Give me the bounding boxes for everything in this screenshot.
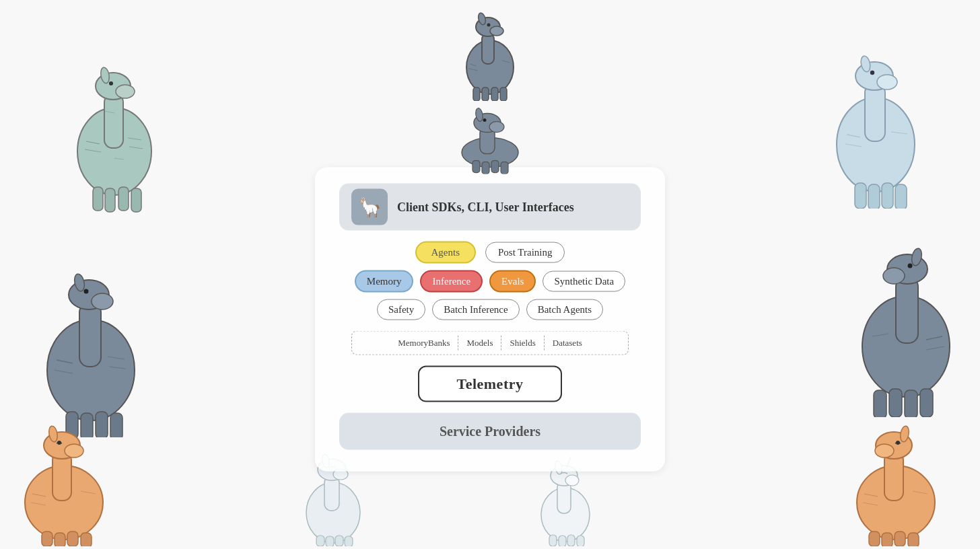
- svg-point-72: [65, 444, 83, 458]
- badge-batch-inference[interactable]: Batch Inference: [432, 299, 519, 320]
- svg-rect-78: [81, 533, 92, 546]
- svg-rect-6: [473, 87, 480, 101]
- svg-rect-7: [482, 87, 489, 101]
- svg-rect-121: [482, 162, 489, 174]
- svg-point-56: [862, 296, 950, 397]
- svg-rect-107: [869, 532, 880, 546]
- svg-point-34: [84, 289, 89, 294]
- badges-area: Agents Post Training Memory Inference Ev…: [339, 242, 641, 320]
- svg-point-4: [477, 12, 487, 26]
- svg-rect-8: [491, 87, 498, 101]
- svg-point-43: [837, 98, 915, 192]
- svg-rect-110: [908, 533, 919, 546]
- svg-rect-88: [326, 536, 334, 546]
- badge-row-3: Safety Batch Inference Batch Agents: [377, 299, 603, 320]
- svg-point-71: [44, 432, 80, 459]
- svg-line-12: [502, 61, 510, 63]
- svg-rect-83: [324, 476, 339, 511]
- svg-point-32: [92, 293, 113, 309]
- svg-point-94: [565, 475, 579, 486]
- svg-point-16: [116, 85, 135, 98]
- badge-synthetic-data[interactable]: Synthetic Data: [542, 271, 625, 292]
- client-sdk-label: Client SDKs, CLI, User Interfaces: [397, 200, 574, 214]
- svg-rect-38: [110, 413, 123, 437]
- svg-line-25: [128, 138, 141, 140]
- svg-line-54: [845, 144, 862, 147]
- svg-rect-9: [500, 87, 507, 101]
- svg-rect-37: [96, 412, 108, 437]
- svg-line-27: [104, 111, 114, 113]
- svg-point-29: [47, 320, 135, 420]
- svg-rect-122: [491, 161, 499, 173]
- svg-point-47: [860, 55, 872, 73]
- service-providers-bar: Service Providers: [339, 413, 641, 450]
- client-sdk-bar: 🦙 Client SDKs, CLI, User Interfaces: [339, 184, 641, 231]
- svg-rect-65: [874, 390, 886, 417]
- svg-point-105: [899, 425, 910, 443]
- svg-point-45: [855, 62, 893, 90]
- svg-point-106: [896, 441, 900, 445]
- svg-rect-50: [868, 184, 880, 209]
- svg-line-113: [913, 491, 928, 494]
- svg-rect-64: [889, 389, 902, 417]
- svg-line-111: [864, 494, 878, 497]
- resource-shields: Shields: [501, 336, 544, 351]
- svg-point-73: [48, 425, 59, 443]
- svg-rect-108: [882, 533, 893, 546]
- svg-line-39: [57, 360, 73, 363]
- svg-line-42: [109, 367, 126, 369]
- svg-line-26: [129, 147, 143, 149]
- resources-section: MemoryBanks Models Shields Datasets: [351, 331, 629, 355]
- svg-line-41: [108, 357, 125, 359]
- svg-rect-120: [473, 161, 480, 173]
- svg-rect-123: [501, 162, 508, 174]
- badge-safety[interactable]: Safety: [377, 299, 425, 320]
- svg-line-53: [847, 135, 860, 137]
- svg-rect-87: [316, 536, 324, 546]
- svg-point-2: [476, 17, 500, 36]
- svg-point-46: [877, 75, 897, 89]
- svg-rect-90: [345, 536, 353, 546]
- svg-line-80: [31, 503, 46, 505]
- svg-point-119: [483, 118, 487, 122]
- badge-post-training[interactable]: Post Training: [485, 242, 565, 263]
- svg-point-69: [25, 466, 103, 540]
- badge-inference[interactable]: Inference: [420, 270, 483, 293]
- svg-rect-77: [67, 532, 78, 546]
- badge-agents[interactable]: Agents: [415, 242, 477, 264]
- svg-rect-100: [577, 536, 584, 546]
- svg-rect-76: [55, 533, 65, 546]
- svg-point-91: [541, 488, 590, 542]
- resource-memory-banks: MemoryBanks: [390, 336, 458, 351]
- svg-line-68: [872, 334, 888, 336]
- svg-rect-52: [895, 184, 907, 209]
- svg-rect-98: [559, 536, 566, 546]
- svg-line-66: [926, 336, 942, 340]
- svg-point-101: [857, 466, 935, 540]
- svg-point-60: [910, 248, 923, 266]
- svg-rect-92: [557, 481, 571, 513]
- badge-memory[interactable]: Memory: [355, 270, 414, 293]
- svg-rect-109: [895, 532, 905, 546]
- svg-rect-99: [567, 535, 575, 546]
- svg-line-40: [55, 370, 73, 373]
- svg-point-82: [306, 482, 360, 543]
- badge-row-1: Agents Post Training: [415, 242, 565, 264]
- badge-evals[interactable]: Evals: [489, 270, 536, 293]
- svg-rect-63: [905, 390, 917, 417]
- svg-point-17: [100, 67, 110, 84]
- badge-batch-agents[interactable]: Batch Agents: [526, 299, 603, 320]
- svg-line-67: [926, 346, 944, 350]
- llama-icon-box: 🦙: [351, 189, 388, 225]
- svg-rect-70: [53, 452, 71, 501]
- svg-point-33: [73, 273, 85, 292]
- telemetry-button[interactable]: Telemetry: [418, 366, 563, 402]
- svg-point-3: [490, 26, 503, 36]
- svg-point-0: [466, 40, 514, 94]
- svg-line-28: [114, 158, 124, 159]
- svg-point-59: [883, 268, 905, 284]
- svg-rect-35: [66, 412, 78, 437]
- badge-row-2: Memory Inference Evals Synthetic Data: [355, 270, 625, 293]
- svg-point-104: [875, 444, 894, 458]
- svg-point-58: [887, 254, 928, 284]
